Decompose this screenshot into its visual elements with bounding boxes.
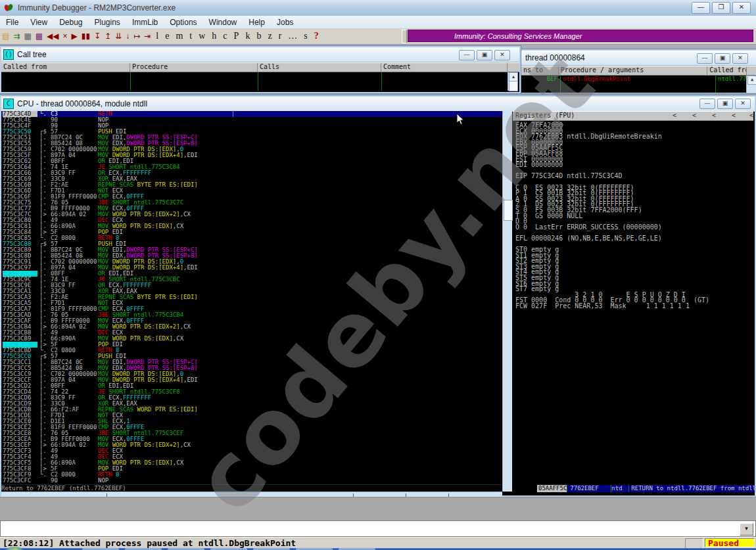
- stack-pane-row[interactable]: 05AAFF5C 7762EBEF ntd RETURN to ntdll.77…: [537, 485, 755, 492]
- register-line[interactable]: T 0 GS 0000 NULL: [515, 214, 753, 219]
- column-header[interactable]: Comment: [381, 63, 508, 72]
- run-icon[interactable]: ▶: [72, 30, 78, 43]
- pause-icon[interactable]: ▮▮: [82, 30, 90, 43]
- disasm-row[interactable]: 775C3C9E│.83C9 FFOR ECX,FFFFFFFF: [1, 283, 502, 288]
- disasm-row[interactable]: 775C3CF9└.C2 0800RETN 8: [1, 472, 502, 478]
- call-tree-body[interactable]: ▲: [1, 72, 519, 91]
- shortcut-w[interactable]: w: [199, 31, 205, 41]
- command-bar[interactable]: ▼: [0, 520, 756, 537]
- disasm-row[interactable]: 775C3C62│.0BFFOR EDI,EDI: [1, 158, 502, 164]
- register-line[interactable]: EDI 00000000: [515, 162, 753, 168]
- disasm-row[interactable]: 775C3CF8│>5FPOP EDI: [1, 466, 502, 472]
- open-file-icon[interactable]: ▤: [2, 30, 9, 43]
- minimize-button[interactable]: —: [692, 2, 710, 14]
- disassembly-scrollbar[interactable]: [502, 111, 512, 492]
- disasm-row[interactable]: 775C3C5F│.897A 04MOV DWORD PTR DS:[EDX+4…: [1, 152, 502, 158]
- call-stack-title-bar[interactable]: thread 00000864 — ▣ ✕: [521, 51, 756, 66]
- execute-till-return-icon[interactable]: ↦: [133, 30, 140, 43]
- cpu-title-bar[interactable]: C CPU - thread 00000864, module ntdll — …: [1, 97, 755, 112]
- help-icon[interactable]: ?: [314, 31, 319, 41]
- column-header[interactable]: ns to: [521, 66, 559, 75]
- shortcut-k[interactable]: k: [245, 31, 250, 41]
- disasm-row[interactable]: 775C3C6F│.81F9 FFFF0000CMP ECX,0FFFF: [1, 194, 502, 200]
- menu-immlib[interactable]: ImmLib: [126, 18, 164, 27]
- disasm-row[interactable]: 775C3CA1│.33C0XOR EAX,EAX: [1, 288, 502, 294]
- trace-over-icon[interactable]: ↓: [126, 30, 130, 43]
- collapse-chevron-icon[interactable]: <: [692, 112, 696, 120]
- trace-into-icon[interactable]: ⇊: [115, 30, 122, 43]
- column-header[interactable]: Calls: [258, 63, 381, 72]
- disasm-row[interactable]: 775C3CCF│.897A 04MOV DWORD PTR DS:[EDX+4…: [1, 377, 502, 383]
- disasm-row[interactable]: 775C3CA7│.81F9 FFFF0000CMP ECX,0FFFF: [1, 306, 502, 312]
- shortcut-t[interactable]: t: [189, 31, 192, 41]
- shortcut-…[interactable]: …: [288, 31, 297, 41]
- disasm-row[interactable]: 775C3CE2│.81F9 FEFF0000CMP ECX,0FFFE: [1, 424, 502, 430]
- patch-icon[interactable]: ▩: [35, 30, 43, 43]
- scroll-thumb[interactable]: [504, 200, 513, 221]
- cpu-restore-button[interactable]: ▣: [717, 99, 733, 109]
- command-dropdown-icon[interactable]: ▼: [740, 523, 753, 536]
- start-orb-icon[interactable]: [6, 547, 23, 550]
- shortcut-l[interactable]: l: [156, 31, 158, 41]
- call-stack-scrollbar[interactable]: ▲: [746, 76, 756, 93]
- disasm-row[interactable]: 775C3CF3│.49DEC ECX: [1, 448, 502, 454]
- collapse-chevron-icon[interactable]: <: [732, 112, 736, 120]
- column-header[interactable]: Procedure / arguments: [559, 66, 708, 75]
- disasm-row[interactable]: 775C3C59│.C702 00000000MOV DWORD PTR DS:…: [1, 147, 502, 152]
- disasm-row[interactable]: 775C3CDE│.F7D1NOT ECX: [1, 413, 502, 419]
- disasm-row[interactable]: 775C3C4D└.C3RETN: [1, 111, 502, 117]
- register-line[interactable]: EFL 00000246 (NO,NB,E,BE,NS,PE,GE,LE): [515, 236, 753, 242]
- menu-help[interactable]: Help: [243, 18, 271, 27]
- menu-options[interactable]: Options: [164, 18, 202, 27]
- shortcut-b[interactable]: b: [256, 31, 261, 41]
- menu-plugins[interactable]: Plugins: [89, 18, 126, 27]
- call-tree-restore-button[interactable]: ▣: [477, 50, 492, 60]
- shortcut-s[interactable]: s: [304, 31, 307, 41]
- column-header[interactable]: Called from: [1, 63, 130, 72]
- shortcut-e[interactable]: e: [165, 31, 169, 41]
- disasm-row[interactable]: 775C3CF5│.66:890AMOV WORD PTR DS:[EDX],C…: [1, 460, 502, 466]
- restart-icon[interactable]: ◀◀: [47, 30, 59, 43]
- call-tree-minimize-button[interactable]: —: [459, 50, 475, 60]
- collapse-chevron-icon[interactable]: <: [749, 112, 753, 120]
- disasm-row[interactable]: 775C3C84│>5FPOP EDI: [1, 229, 502, 235]
- scroll-up-icon[interactable]: ▲: [747, 76, 756, 85]
- maximize-button[interactable]: ❐: [712, 2, 730, 14]
- disasm-row[interactable]: 775C3C4E90NOP: [1, 117, 502, 123]
- disasm-row[interactable]: 775C3CBD└.C2 0800RETN 8: [1, 348, 502, 354]
- disasm-row[interactable]: 775C3C4F90NOP: [1, 123, 502, 129]
- disasm-row[interactable]: 775C3CD2│.0BFFOR EDI,EDI: [1, 383, 502, 389]
- close-button[interactable]: ✕: [732, 2, 751, 14]
- disasm-row[interactable]: 775C3C64│.74 1EJE SHORT ntdll.775C3C84: [1, 164, 502, 170]
- disasm-row[interactable]: 775C3CBC│>5FPOP EDI: [1, 342, 502, 348]
- menu-view[interactable]: View: [24, 18, 53, 27]
- disasm-row[interactable]: 775C3CB8│.49DEC ECX: [1, 330, 502, 336]
- call-stack-minimize-button[interactable]: —: [697, 53, 713, 64]
- shortcut-h[interactable]: h: [212, 31, 216, 41]
- disasm-row[interactable]: 775C3C85└.C2 0800RETN 8: [1, 235, 502, 241]
- call-stack-restore-button[interactable]: ▣: [715, 53, 730, 64]
- collapse-chevron-icon[interactable]: <: [712, 112, 716, 120]
- step-into-icon[interactable]: ↧: [94, 30, 101, 43]
- menu-jobs[interactable]: Jobs: [271, 18, 299, 27]
- disasm-row[interactable]: 775C3C6B│.F2:AEREPNE SCAS BYTE PTR ES:[E…: [1, 182, 502, 188]
- collapse-chevron-icon[interactable]: <: [673, 112, 676, 120]
- cpu-close-button[interactable]: ✕: [735, 99, 751, 109]
- disasm-row[interactable]: 775C3CC9│.C702 00000000MOV DWORD PTR DS:…: [1, 371, 502, 377]
- call-stack-body[interactable]: BEF ntdll.DbgBreakPoint ntdll.7762EBEA ▲: [521, 76, 756, 93]
- disasm-row[interactable]: 775C3CF4│.49DEC ECX: [1, 454, 502, 460]
- call-tree-title-bar[interactable]: () Call tree — ▣ ✕: [1, 47, 519, 62]
- disasm-row[interactable]: 775C3CEF│>66:894A 02MOV WORD PTR DS:[EDX…: [1, 442, 502, 448]
- column-header[interactable]: Called from: [707, 66, 747, 75]
- disasm-row[interactable]: 775C3CD4│.74 22JE SHORT ntdll.775C3CF8: [1, 389, 502, 395]
- menu-debug[interactable]: Debug: [53, 18, 88, 27]
- shortcut-m[interactable]: m: [176, 31, 183, 41]
- cpu-minimize-button[interactable]: —: [699, 99, 715, 109]
- disasm-row[interactable]: 775C3C7C│>66:894A 02MOV WORD PTR DS:[EDX…: [1, 212, 502, 218]
- register-line[interactable]: FCW 027F Prec NEAR,53 Mask 1 1 1 1 1 1: [515, 304, 753, 309]
- command-input[interactable]: [2, 522, 734, 536]
- step-over-icon[interactable]: ↥: [105, 30, 111, 43]
- disasm-row[interactable]: 775C3C91│.C702 00000000MOV DWORD PTR DS:…: [1, 259, 502, 265]
- disasm-row[interactable]: 775C3C9A│.0BFFOR EDI,EDI: [1, 271, 502, 277]
- disassembly-pane[interactable]: 775C3C4D└.C3RETN775C3C4E90NOP775C3C4F90N…: [1, 111, 502, 484]
